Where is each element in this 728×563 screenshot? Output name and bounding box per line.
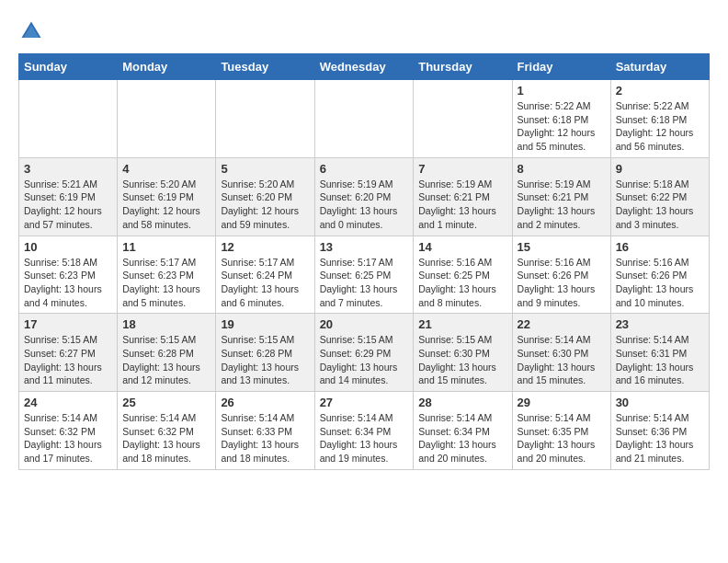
day-info: Sunrise: 5:18 AM Sunset: 6:22 PM Dayligh… <box>616 178 704 232</box>
day-info: Sunrise: 5:15 AM Sunset: 6:29 PM Dayligh… <box>320 333 409 387</box>
calendar-cell: 13Sunrise: 5:17 AM Sunset: 6:25 PM Dayli… <box>314 236 414 314</box>
day-number: 15 <box>518 240 606 254</box>
calendar-cell <box>414 80 512 158</box>
calendar-cell <box>19 80 118 158</box>
page-header <box>18 18 710 44</box>
calendar-cell: 14Sunrise: 5:16 AM Sunset: 6:25 PM Dayli… <box>414 236 512 314</box>
day-number: 27 <box>320 396 409 409</box>
day-number: 29 <box>518 396 606 409</box>
calendar-cell: 16Sunrise: 5:16 AM Sunset: 6:26 PM Dayli… <box>610 236 709 314</box>
calendar-cell: 30Sunrise: 5:14 AM Sunset: 6:36 PM Dayli… <box>610 392 709 470</box>
calendar-cell: 9Sunrise: 5:18 AM Sunset: 6:22 PM Daylig… <box>610 157 709 236</box>
calendar-cell <box>314 80 414 158</box>
day-number: 12 <box>221 240 309 254</box>
calendar-cell <box>118 80 216 158</box>
day-number: 25 <box>122 396 210 409</box>
header-sunday: Sunday <box>19 54 118 80</box>
day-number: 10 <box>24 240 112 254</box>
day-info: Sunrise: 5:19 AM Sunset: 6:21 PM Dayligh… <box>418 178 506 232</box>
day-number: 1 <box>518 84 606 98</box>
calendar-cell: 29Sunrise: 5:14 AM Sunset: 6:35 PM Dayli… <box>512 392 610 470</box>
day-number: 22 <box>518 317 606 331</box>
header-saturday: Saturday <box>610 54 709 80</box>
day-number: 2 <box>616 84 704 98</box>
day-number: 24 <box>24 396 112 409</box>
day-number: 28 <box>418 396 506 409</box>
day-info: Sunrise: 5:15 AM Sunset: 6:30 PM Dayligh… <box>418 333 506 387</box>
day-info: Sunrise: 5:16 AM Sunset: 6:26 PM Dayligh… <box>616 256 704 310</box>
header-wednesday: Wednesday <box>314 54 414 80</box>
calendar-cell: 2Sunrise: 5:22 AM Sunset: 6:18 PM Daylig… <box>610 80 709 158</box>
day-info: Sunrise: 5:14 AM Sunset: 6:31 PM Dayligh… <box>616 333 704 387</box>
day-info: Sunrise: 5:16 AM Sunset: 6:26 PM Dayligh… <box>518 256 606 310</box>
calendar-cell: 22Sunrise: 5:14 AM Sunset: 6:30 PM Dayli… <box>512 314 610 392</box>
day-info: Sunrise: 5:14 AM Sunset: 6:36 PM Dayligh… <box>616 411 704 465</box>
calendar-cell: 26Sunrise: 5:14 AM Sunset: 6:33 PM Dayli… <box>216 392 314 470</box>
header-friday: Friday <box>512 54 610 80</box>
calendar-cell: 23Sunrise: 5:14 AM Sunset: 6:31 PM Dayli… <box>610 314 709 392</box>
calendar-cell: 27Sunrise: 5:14 AM Sunset: 6:34 PM Dayli… <box>314 392 414 470</box>
calendar-cell: 5Sunrise: 5:20 AM Sunset: 6:20 PM Daylig… <box>216 157 314 236</box>
calendar-cell: 4Sunrise: 5:20 AM Sunset: 6:19 PM Daylig… <box>118 157 216 236</box>
calendar-week-4: 17Sunrise: 5:15 AM Sunset: 6:27 PM Dayli… <box>19 314 710 392</box>
calendar-cell: 21Sunrise: 5:15 AM Sunset: 6:30 PM Dayli… <box>414 314 512 392</box>
day-info: Sunrise: 5:15 AM Sunset: 6:27 PM Dayligh… <box>24 333 112 387</box>
day-number: 26 <box>221 396 309 409</box>
calendar-cell: 12Sunrise: 5:17 AM Sunset: 6:24 PM Dayli… <box>216 236 314 314</box>
day-info: Sunrise: 5:16 AM Sunset: 6:25 PM Dayligh… <box>418 256 506 310</box>
calendar-table: SundayMondayTuesdayWednesdayThursdayFrid… <box>18 53 710 470</box>
calendar-week-3: 10Sunrise: 5:18 AM Sunset: 6:23 PM Dayli… <box>19 236 710 314</box>
day-number: 4 <box>122 162 210 176</box>
day-number: 17 <box>24 317 112 331</box>
calendar-cell: 11Sunrise: 5:17 AM Sunset: 6:23 PM Dayli… <box>118 236 216 314</box>
calendar-week-5: 24Sunrise: 5:14 AM Sunset: 6:32 PM Dayli… <box>19 392 710 470</box>
day-info: Sunrise: 5:20 AM Sunset: 6:20 PM Dayligh… <box>221 178 309 232</box>
day-info: Sunrise: 5:14 AM Sunset: 6:33 PM Dayligh… <box>221 411 309 465</box>
calendar-cell: 8Sunrise: 5:19 AM Sunset: 6:21 PM Daylig… <box>512 157 610 236</box>
calendar-header-row: SundayMondayTuesdayWednesdayThursdayFrid… <box>19 54 710 80</box>
day-number: 16 <box>616 240 704 254</box>
day-info: Sunrise: 5:20 AM Sunset: 6:19 PM Dayligh… <box>122 178 210 232</box>
header-thursday: Thursday <box>414 54 512 80</box>
logo-icon <box>18 18 44 44</box>
day-number: 3 <box>24 162 112 176</box>
day-number: 21 <box>418 317 506 331</box>
day-info: Sunrise: 5:22 AM Sunset: 6:18 PM Dayligh… <box>616 99 704 154</box>
day-number: 23 <box>616 317 704 331</box>
calendar-cell: 3Sunrise: 5:21 AM Sunset: 6:19 PM Daylig… <box>19 157 118 236</box>
day-number: 20 <box>320 317 409 331</box>
day-number: 14 <box>418 240 506 254</box>
day-info: Sunrise: 5:17 AM Sunset: 6:25 PM Dayligh… <box>320 256 409 310</box>
day-info: Sunrise: 5:14 AM Sunset: 6:32 PM Dayligh… <box>24 411 112 465</box>
day-info: Sunrise: 5:18 AM Sunset: 6:23 PM Dayligh… <box>24 256 112 310</box>
calendar-cell: 17Sunrise: 5:15 AM Sunset: 6:27 PM Dayli… <box>19 314 118 392</box>
day-number: 18 <box>122 317 210 331</box>
day-info: Sunrise: 5:14 AM Sunset: 6:34 PM Dayligh… <box>418 411 506 465</box>
day-info: Sunrise: 5:14 AM Sunset: 6:35 PM Dayligh… <box>518 411 606 465</box>
calendar-week-2: 3Sunrise: 5:21 AM Sunset: 6:19 PM Daylig… <box>19 157 710 236</box>
calendar-cell: 24Sunrise: 5:14 AM Sunset: 6:32 PM Dayli… <box>19 392 118 470</box>
logo <box>18 18 48 44</box>
day-info: Sunrise: 5:19 AM Sunset: 6:21 PM Dayligh… <box>518 178 606 232</box>
day-number: 30 <box>616 396 704 409</box>
day-info: Sunrise: 5:14 AM Sunset: 6:30 PM Dayligh… <box>518 333 606 387</box>
day-info: Sunrise: 5:15 AM Sunset: 6:28 PM Dayligh… <box>221 333 309 387</box>
day-info: Sunrise: 5:14 AM Sunset: 6:32 PM Dayligh… <box>122 411 210 465</box>
day-number: 7 <box>418 162 506 176</box>
calendar-cell: 1Sunrise: 5:22 AM Sunset: 6:18 PM Daylig… <box>512 80 610 158</box>
day-number: 8 <box>518 162 606 176</box>
day-number: 6 <box>320 162 409 176</box>
day-info: Sunrise: 5:21 AM Sunset: 6:19 PM Dayligh… <box>24 178 112 232</box>
calendar-cell: 28Sunrise: 5:14 AM Sunset: 6:34 PM Dayli… <box>414 392 512 470</box>
calendar-cell: 20Sunrise: 5:15 AM Sunset: 6:29 PM Dayli… <box>314 314 414 392</box>
calendar-cell: 10Sunrise: 5:18 AM Sunset: 6:23 PM Dayli… <box>19 236 118 314</box>
day-number: 19 <box>221 317 309 331</box>
day-number: 13 <box>320 240 409 254</box>
calendar-cell: 19Sunrise: 5:15 AM Sunset: 6:28 PM Dayli… <box>216 314 314 392</box>
calendar-cell <box>216 80 314 158</box>
calendar-cell: 25Sunrise: 5:14 AM Sunset: 6:32 PM Dayli… <box>118 392 216 470</box>
day-number: 11 <box>122 240 210 254</box>
calendar-cell: 7Sunrise: 5:19 AM Sunset: 6:21 PM Daylig… <box>414 157 512 236</box>
header-monday: Monday <box>118 54 216 80</box>
day-info: Sunrise: 5:14 AM Sunset: 6:34 PM Dayligh… <box>320 411 409 465</box>
